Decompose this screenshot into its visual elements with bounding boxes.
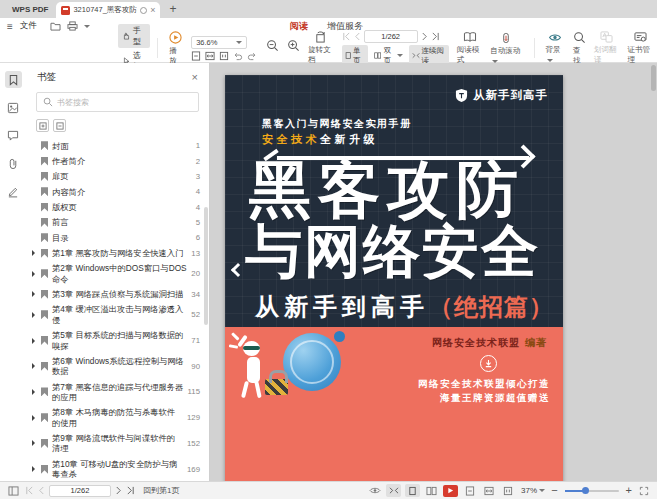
status-bar: 回到第1页 37% − +	[0, 481, 657, 499]
bookmark-item[interactable]: 第10章 可移动U盘的安全防护与病毒查杀169	[26, 456, 209, 481]
next-page-icon[interactable]	[115, 486, 122, 495]
actual-size-button[interactable]	[500, 484, 515, 497]
new-tab-button[interactable]: +	[169, 2, 176, 16]
pin-tab-icon[interactable]	[140, 7, 147, 14]
bookmark-item[interactable]: 版权页4	[26, 199, 209, 214]
document-scrollbar-thumb[interactable]	[651, 65, 656, 91]
single-page-button[interactable]	[405, 484, 420, 497]
bookmark-item[interactable]: 作者简介2	[26, 153, 209, 168]
undo-icon[interactable]	[233, 51, 243, 61]
thumbnails-panel-button[interactable]	[5, 99, 22, 116]
file-menu[interactable]: 文件	[20, 20, 37, 32]
bookmark-item[interactable]: 目录6	[26, 230, 209, 245]
bookmark-item[interactable]: 封面1	[26, 138, 209, 153]
hand-tool-button[interactable]: 手型	[118, 24, 150, 48]
expand-arrow-icon[interactable]	[32, 271, 35, 277]
redo-icon[interactable]	[247, 51, 257, 61]
zoom-in-button[interactable]: +	[626, 485, 632, 496]
sidebar-toggle-button[interactable]	[6, 484, 21, 497]
double-page-button[interactable]	[424, 484, 439, 497]
fit-page-icon[interactable]	[191, 51, 201, 61]
certificate-button[interactable]: 证书管理	[623, 31, 657, 65]
back-to-first-page-button[interactable]: 回到第1页	[143, 485, 179, 496]
bookmark-icon	[41, 465, 48, 474]
actual-size-icon[interactable]	[219, 51, 229, 61]
bookmark-search[interactable]	[36, 92, 199, 112]
bookmark-item[interactable]: 第3章 网络踩点侦察与系统漏洞扫描34	[26, 287, 209, 302]
eye-protection-button[interactable]	[367, 484, 382, 497]
find-button[interactable]: 查找	[569, 31, 590, 66]
bookmark-search-input[interactable]	[57, 98, 192, 107]
bookmark-item[interactable]: 前言5	[26, 215, 209, 230]
zoom-out-button[interactable]	[262, 39, 283, 52]
expand-arrow-icon[interactable]	[32, 250, 35, 256]
fit-page-button[interactable]	[462, 484, 477, 497]
certificate-icon	[634, 31, 647, 43]
bookmark-item[interactable]: 第2章 Windows中的DOS窗口与DOS命令20	[26, 261, 209, 287]
first-page-icon[interactable]	[342, 32, 351, 41]
expand-all-button[interactable]	[36, 119, 49, 132]
rotate-document-button[interactable]: 旋转文档	[304, 31, 338, 65]
close-panel-icon[interactable]: ×	[192, 72, 198, 83]
expand-arrow-icon[interactable]	[32, 312, 35, 318]
zoom-slider[interactable]	[565, 490, 619, 492]
chevron-down-icon	[236, 41, 242, 44]
page-number-input[interactable]	[364, 30, 418, 43]
chevron-down-icon[interactable]	[84, 25, 90, 28]
fullscreen-icon	[639, 486, 649, 496]
expand-arrow-icon[interactable]	[32, 466, 35, 472]
bookmark-item[interactable]: 第9章 网络流氓软件与间谍软件的清理152	[26, 431, 209, 457]
next-page-icon[interactable]	[421, 32, 428, 41]
bookmark-item[interactable]: 第8章 木马病毒的防范与杀毒软件的使用129	[26, 405, 209, 431]
collapse-all-button[interactable]	[53, 119, 66, 132]
zoom-out-button[interactable]: −	[551, 485, 557, 496]
signature-panel-button[interactable]	[5, 183, 22, 200]
document-tab[interactable]: 3210747_黑客攻防与网络安... ×	[56, 2, 160, 18]
comments-panel-button[interactable]	[5, 127, 22, 144]
first-page-icon[interactable]	[25, 486, 34, 495]
prev-page-icon[interactable]	[354, 32, 361, 41]
prev-page-icon[interactable]	[38, 486, 45, 495]
document-view[interactable]: 从新手到高手 黑客入门与网络安全实用手册 安全技术全新升级 黑客攻防 与网络安全…	[210, 63, 657, 481]
bookmark-item[interactable]: 第1章 黑客攻防与网络安全快速入门13	[26, 246, 209, 261]
last-page-icon[interactable]	[126, 486, 135, 495]
play-button[interactable]: 播放	[165, 31, 186, 66]
bookmark-item[interactable]: 扉页3	[26, 169, 209, 184]
bookmark-item[interactable]: 第7章 黑客信息的追踪与代理服务器的应用115	[26, 379, 209, 405]
read-mode-button[interactable]: 阅读模式	[453, 31, 487, 65]
expand-arrow-icon[interactable]	[32, 389, 35, 395]
cover-tagline2-rest: 全新升级	[320, 133, 378, 145]
expand-arrow-icon[interactable]	[32, 291, 35, 297]
statusbar-page-input[interactable]	[49, 485, 111, 497]
continuous-read-button[interactable]	[386, 484, 401, 497]
hamburger-menu-icon[interactable]: ≡	[7, 21, 13, 32]
expand-arrow-icon[interactable]	[32, 363, 35, 369]
comment-icon	[7, 130, 19, 141]
last-page-icon[interactable]	[431, 32, 440, 41]
slideshow-play-button[interactable]	[443, 485, 458, 497]
bookmark-item[interactable]: 内容简介4	[26, 184, 209, 199]
zoom-in-button[interactable]	[283, 39, 304, 52]
expand-arrow-icon[interactable]	[32, 440, 35, 446]
open-folder-icon[interactable]	[50, 21, 61, 31]
statusbar-zoom-dropdown[interactable]: 37%	[521, 486, 545, 495]
zoom-slider-knob[interactable]	[582, 487, 589, 494]
autoscroll-button[interactable]: 自动滚动	[486, 32, 526, 65]
print-icon[interactable]	[67, 21, 78, 31]
bookmark-icon	[8, 74, 19, 86]
expand-arrow-icon[interactable]	[32, 415, 35, 421]
bookmark-item[interactable]: 第6章 Windows系统远程控制与网络数据90	[26, 353, 209, 379]
bookmark-item[interactable]: 第5章 目标系统的扫描与网络数据的嗅探71	[26, 328, 209, 354]
close-tab-icon[interactable]: ×	[150, 6, 155, 15]
fit-width-icon[interactable]	[205, 51, 215, 61]
attachments-panel-button[interactable]	[5, 155, 22, 172]
panel-scrollbar-thumb[interactable]	[204, 207, 208, 325]
expand-arrow-icon[interactable]	[32, 338, 35, 344]
bookmarks-panel-button[interactable]	[5, 71, 22, 88]
background-button[interactable]: 背景	[541, 32, 569, 64]
zoom-level-dropdown[interactable]: 36.6%	[191, 36, 247, 49]
pdf-file-icon	[61, 6, 70, 15]
fit-width-button[interactable]	[481, 484, 496, 497]
fullscreen-button[interactable]	[636, 484, 651, 497]
bookmark-item[interactable]: 第4章 缓冲区溢出攻击与网络渗透入侵52	[26, 302, 209, 328]
